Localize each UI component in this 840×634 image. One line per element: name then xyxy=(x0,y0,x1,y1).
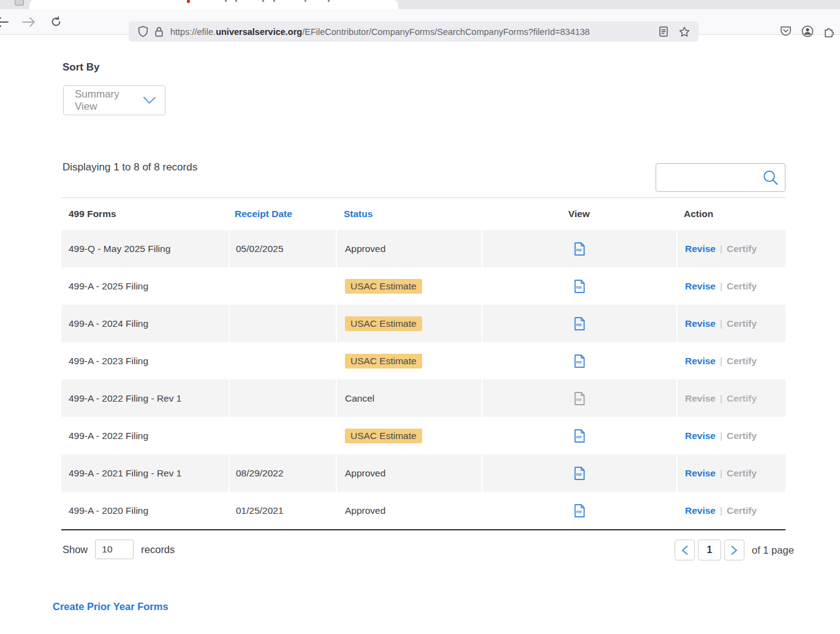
pdf-file-icon[interactable]: PDF xyxy=(574,504,585,518)
certify-link[interactable]: Certify xyxy=(727,468,757,479)
table-row: 499-A - 2022 Filing - Rev 1 Cancel PDF R… xyxy=(61,380,785,417)
sort-dropdown[interactable]: Summary View xyxy=(63,85,165,115)
status-cell: USAC Estimate xyxy=(336,305,482,342)
tab-title-fragment xyxy=(305,0,306,2)
current-page-indicator[interactable]: 1 xyxy=(698,540,721,560)
receipt-date: 08/29/2022 xyxy=(229,454,336,492)
certify-link[interactable]: Certify xyxy=(727,281,757,292)
svg-text:PDF: PDF xyxy=(576,249,582,252)
receipt-date: 01/25/2021 xyxy=(229,492,336,529)
pdf-file-icon[interactable]: PDF xyxy=(574,354,585,368)
url-scheme: https://efile. xyxy=(170,27,216,37)
records-summary: Displaying 1 to 8 of 8 records xyxy=(62,161,197,174)
tab-title-fragment xyxy=(225,0,227,2)
status-value: USAC Estimate xyxy=(345,279,422,294)
form-name: 499-A - 2022 Filing - Rev 1 xyxy=(61,380,229,417)
header-receipt-date-sort[interactable]: Receipt Date xyxy=(229,208,336,220)
tab-strip-button[interactable] xyxy=(15,0,24,6)
sort-by-label: Sort By xyxy=(62,61,99,74)
pocket-icon[interactable] xyxy=(780,26,792,37)
action-separator: | xyxy=(720,468,722,479)
action-separator: | xyxy=(720,505,722,516)
search-icon[interactable] xyxy=(762,169,779,186)
pager-controls: 1 of 1 page xyxy=(675,540,794,560)
pdf-file-icon[interactable]: PDF xyxy=(574,467,585,480)
certify-link[interactable]: Certify xyxy=(727,243,757,254)
svg-text:PDF: PDF xyxy=(576,399,582,402)
forward-button[interactable] xyxy=(20,13,38,31)
status-cell: USAC Estimate xyxy=(336,267,482,305)
action-separator: | xyxy=(720,393,722,404)
reader-view-icon[interactable] xyxy=(656,26,672,37)
account-icon[interactable] xyxy=(801,25,814,37)
revise-link[interactable]: Revise xyxy=(685,243,716,254)
certify-link[interactable]: Certify xyxy=(727,505,757,516)
page-size-input[interactable] xyxy=(95,540,134,559)
revise-link[interactable]: Revise xyxy=(685,393,716,404)
action-cell: Revise | Certify xyxy=(676,342,785,380)
browser-window: https://efile.universalservice.org/EFile… xyxy=(0,0,840,634)
revise-link[interactable]: Revise xyxy=(685,505,716,516)
status-cell: USAC Estimate xyxy=(336,417,482,454)
receipt-date xyxy=(229,305,336,342)
action-cell: Revise | Certify xyxy=(676,492,785,529)
tab-title-fragment xyxy=(273,0,275,2)
back-button[interactable] xyxy=(0,13,11,31)
form-name: 499-Q - May 2025 Filing xyxy=(61,230,229,267)
active-tab[interactable] xyxy=(29,0,398,9)
status-cell: Approved xyxy=(336,492,482,529)
show-label: Show xyxy=(62,544,88,556)
pdf-file-icon[interactable]: PDF xyxy=(574,280,585,293)
revise-link[interactable]: Revise xyxy=(685,356,716,367)
table-row: 499-A - 2025 Filing USAC Estimate PDF Re… xyxy=(61,267,785,305)
status-cell: Approved xyxy=(336,230,482,267)
bookmark-star-icon[interactable] xyxy=(676,26,692,37)
revise-link[interactable]: Revise xyxy=(685,281,716,292)
view-cell: PDF xyxy=(482,492,676,529)
action-separator: | xyxy=(720,356,722,367)
header-status-sort[interactable]: Status xyxy=(336,208,482,220)
view-cell: PDF xyxy=(482,267,676,305)
receipt-date xyxy=(229,417,336,454)
pdf-file-icon[interactable]: PDF xyxy=(574,392,585,405)
revise-link[interactable]: Revise xyxy=(685,468,716,479)
view-cell: PDF xyxy=(482,417,676,454)
reload-button[interactable] xyxy=(47,13,65,31)
action-cell: Revise | Certify xyxy=(676,380,785,417)
certify-link[interactable]: Certify xyxy=(727,356,757,367)
url-path: /EFileContributor/CompanyForms/SearchCom… xyxy=(302,27,589,37)
search-input[interactable] xyxy=(664,172,762,183)
tab-favicon xyxy=(187,0,190,3)
next-page-button[interactable] xyxy=(724,540,744,560)
form-name: 499-A - 2024 Filing xyxy=(61,305,229,342)
receipt-date: 05/02/2025 xyxy=(229,230,336,267)
pdf-file-icon[interactable]: PDF xyxy=(574,429,585,443)
form-name: 499-A - 2021 Filing - Rev 1 xyxy=(61,454,229,492)
table-row: 499-A - 2020 Filing 01/25/2021 Approved … xyxy=(61,492,785,529)
revise-link[interactable]: Revise xyxy=(685,318,716,329)
pdf-file-icon[interactable]: PDF xyxy=(574,317,585,330)
revise-link[interactable]: Revise xyxy=(685,430,716,441)
action-cell: Revise | Certify xyxy=(676,454,785,492)
action-separator: | xyxy=(720,430,722,441)
svg-text:PDF: PDF xyxy=(576,511,582,514)
certify-link[interactable]: Certify xyxy=(727,393,757,404)
shield-icon[interactable] xyxy=(135,26,151,37)
prev-page-button[interactable] xyxy=(675,540,695,560)
extensions-puzzle-icon[interactable] xyxy=(823,26,835,37)
create-prior-year-forms-link[interactable]: Create Prior Year Forms xyxy=(53,601,168,613)
page-size-control: Show records xyxy=(62,540,175,559)
pdf-file-icon[interactable]: PDF xyxy=(574,242,585,256)
url-domain: universalservice.org xyxy=(216,27,302,37)
certify-link[interactable]: Certify xyxy=(727,318,757,329)
tab-title-fragment xyxy=(262,0,264,2)
view-cell: PDF xyxy=(482,454,676,492)
lock-icon[interactable] xyxy=(151,26,167,37)
svg-text:PDF: PDF xyxy=(576,324,582,327)
action-cell: Revise | Certify xyxy=(676,417,785,454)
url-bar[interactable]: https://efile.universalservice.org/EFile… xyxy=(129,21,698,42)
table-header: 499 Forms Receipt Date Status View Actio… xyxy=(61,198,785,230)
form-name: 499-A - 2025 Filing xyxy=(61,267,229,305)
status-cell: Cancel xyxy=(336,380,482,417)
certify-link[interactable]: Certify xyxy=(727,430,757,441)
